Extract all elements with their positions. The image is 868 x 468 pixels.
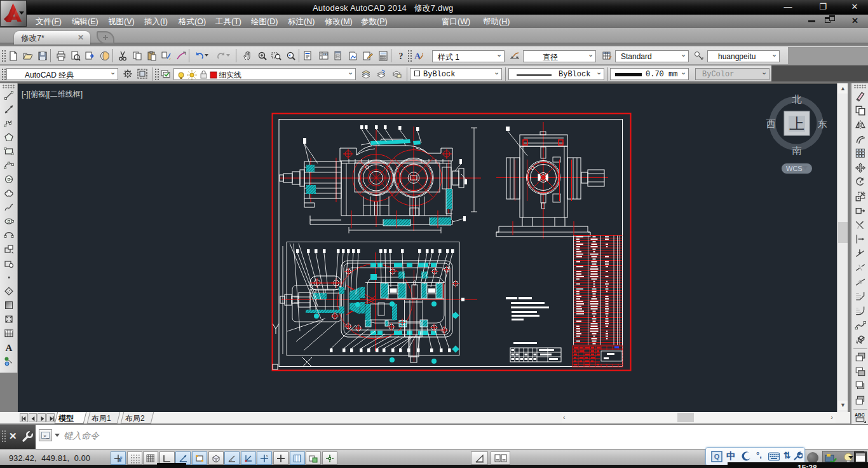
svg-text:北: 北	[792, 93, 802, 104]
svg-text:ABC: ABC	[855, 412, 865, 418]
svg-text:[-][俯视][二维线框]: [-][俯视][二维线框]	[22, 90, 83, 99]
svg-text:?: ?	[399, 52, 403, 61]
svg-text:Q: Q	[714, 453, 720, 460]
svg-text:WCS: WCS	[786, 165, 803, 172]
svg-text:东: 东	[818, 118, 827, 129]
svg-text:A: A	[6, 343, 13, 353]
svg-text:南: 南	[792, 145, 802, 156]
svg-text:西: 西	[766, 118, 776, 129]
svg-text:上: 上	[789, 115, 804, 132]
